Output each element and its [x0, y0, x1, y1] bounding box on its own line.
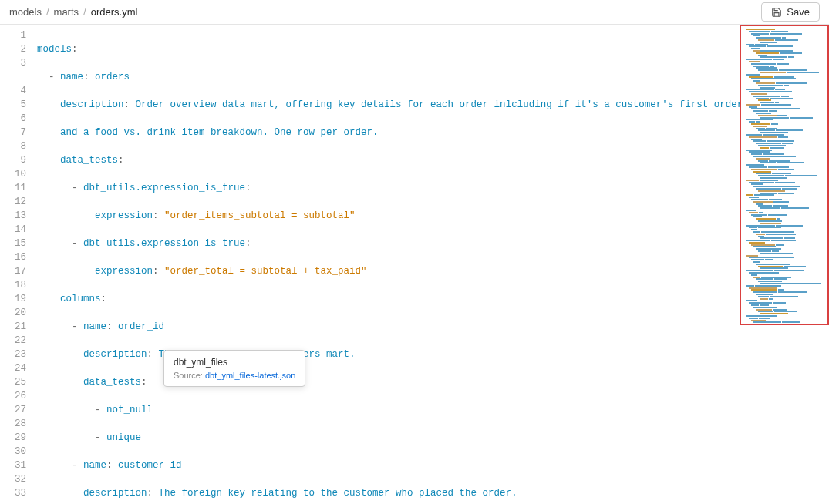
breadcrumb-file[interactable]: orders.yml: [91, 6, 138, 18]
tooltip-source: Source: dbt_yml_files-latest.json: [174, 371, 295, 380]
tooltip-title: dbt_yml_files: [174, 357, 295, 368]
breadcrumb-sep: /: [83, 6, 86, 18]
minimap-content: [741, 26, 827, 325]
save-button[interactable]: Save: [761, 2, 820, 22]
code-editor[interactable]: 1234567891011121314151617181920212223242…: [0, 25, 829, 504]
save-button-label: Save: [787, 6, 810, 18]
save-icon: [771, 7, 782, 18]
breadcrumb-sep: /: [46, 6, 49, 18]
topbar: models / marts / orders.yml Save: [0, 0, 829, 25]
line-gutter: 1234567891011121314151617181920212223242…: [0, 25, 37, 504]
minimap[interactable]: [740, 25, 829, 325]
breadcrumb: models / marts / orders.yml: [9, 6, 137, 18]
breadcrumb-part-0[interactable]: models: [9, 6, 42, 18]
hover-tooltip: dbt_yml_files Source: dbt_yml_files-late…: [163, 350, 305, 387]
code-area[interactable]: models: - name: orders description: Orde…: [37, 25, 829, 504]
tooltip-source-link[interactable]: dbt_yml_files-latest.json: [205, 371, 295, 380]
breadcrumb-part-1[interactable]: marts: [54, 6, 79, 18]
